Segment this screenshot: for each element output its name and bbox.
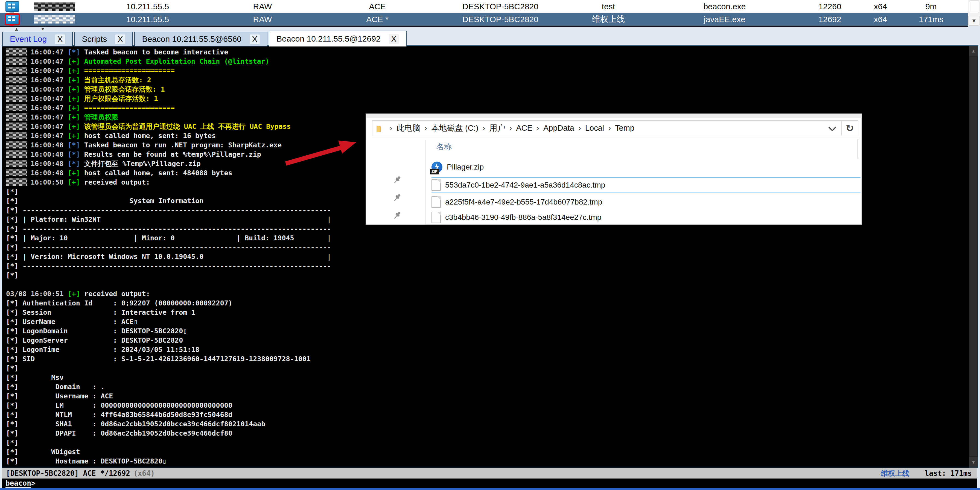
redacted-date-mosaic [6, 85, 27, 93]
console-text: [*] ------------------------------------… [6, 225, 331, 233]
column-header-name[interactable]: 名称 [436, 142, 452, 152]
session-table-scrollbar[interactable]: ▼ [968, 0, 980, 26]
console-scrollbar-thumb[interactable] [970, 57, 977, 456]
scrollbar-thumb[interactable] [969, 0, 979, 13]
pushpin-icon[interactable] [393, 175, 401, 186]
redacted-date-mosaic [6, 160, 27, 167]
status-bar: [DESKTOP-5BC2820] ACE */12692 (x64) 维权上线… [2, 468, 977, 479]
console-scroll-up-icon[interactable]: ▲ [969, 46, 978, 56]
cell-pid: 12692 [793, 13, 867, 26]
console-line: [*] WDigest [6, 447, 967, 457]
tmp-file-icon [431, 196, 441, 208]
tab-close-icon[interactable]: X [389, 34, 399, 44]
console-line: [*] LogonTime : 2024/03/05 11:51:18 [6, 345, 967, 355]
pushpin-icon[interactable] [393, 211, 401, 221]
cell-user: ACE [315, 0, 440, 13]
console-text: Tasked beacon to become interactive [80, 48, 228, 56]
console-text: [*] ------------------------------------… [6, 206, 331, 214]
console-timestamp: 16:00:48 [30, 169, 68, 177]
explorer-address-bar[interactable]: ›此电脑›本地磁盘 (C:)›用户›ACE›AppData›Local›Temp… [372, 120, 858, 136]
command-input-line[interactable]: beacon> [2, 479, 977, 488]
tab-bar: Event LogXScriptsXBeacon 10.211.55.5@656… [2, 30, 407, 46]
tab-beacon-10-211-55-5-6560[interactable]: Beacon 10.211.55.5@6560X [134, 32, 267, 46]
breadcrumb-chevron-icon: › [425, 123, 427, 132]
session-table-row[interactable]: 10.211.55.5RAWACEDESKTOP-5BC2820testbeac… [0, 0, 968, 13]
breadcrumb-item[interactable]: ACE [516, 124, 532, 132]
cell-pid: 12260 [793, 0, 867, 13]
cell-computer: DESKTOP-5BC2820 [440, 0, 560, 13]
folder-icon [376, 124, 385, 132]
breadcrumb-item[interactable]: 本地磁盘 (C:) [431, 124, 478, 132]
tmp-file-icon [431, 180, 441, 191]
status-arch-label: (x64) [134, 468, 155, 479]
console-line: [*] ------------------------------------… [6, 261, 967, 271]
file-explorer-window: ›此电脑›本地磁盘 (C:)›用户›ACE›AppData›Local›Temp… [366, 113, 862, 225]
console-text: [*] [6, 188, 18, 196]
redacted-date-mosaic [6, 76, 27, 83]
breadcrumb-item[interactable]: Temp [615, 124, 635, 132]
file-row[interactable]: 553da7c0-1be2-4742-9ae1-a5a36d14c8ac.tmp [431, 177, 861, 193]
redacted-date-mosaic [6, 132, 27, 139]
tab-scripts[interactable]: ScriptsX [74, 32, 133, 46]
console-text: Automated Post Exploitation Chain (@lint… [80, 57, 269, 65]
console-text: [*] DPAPI : 0d86ac2cbb19052d0bcce39c466d… [6, 429, 232, 437]
console-text: [*] [6, 364, 18, 372]
breadcrumb-chevron-icon: › [608, 123, 611, 132]
redacted-date-mosaic [6, 104, 27, 111]
tab-label: Beacon 10.211.55.5@6560 [142, 35, 242, 44]
console-text: [*] | Version: Microsoft Windows NT 10.0… [6, 253, 331, 261]
console-text: [*] ------------------------------------… [6, 243, 331, 251]
breadcrumb-item[interactable]: 用户 [489, 124, 505, 132]
breadcrumb-chevron-icon: › [390, 123, 392, 132]
tab-event-log[interactable]: Event LogX [2, 32, 73, 46]
file-name: Pillager.zip [447, 163, 484, 172]
breadcrumb-item[interactable]: 此电脑 [396, 124, 420, 132]
session-table-row[interactable]: 10.211.55.5RAWACE *DESKTOP-5BC2820维权上线ja… [0, 13, 968, 26]
breadcrumb-chevron-icon: › [509, 123, 512, 132]
console-timestamp: 16:00:47 [30, 123, 68, 130]
tab-close-icon[interactable]: X [250, 35, 260, 44]
pushpin-icon[interactable] [393, 193, 401, 204]
console-line: [*] [6, 271, 967, 280]
console-line [6, 280, 967, 289]
console-timestamp: 16:00:47 [30, 132, 68, 140]
console-tag: [+] [68, 178, 80, 186]
console-scrollbar[interactable]: ▲ ▼ [969, 46, 978, 468]
console-line: 16:00:47 [+] 管理员权限会话存活数: 1 [6, 85, 967, 94]
breadcrumb-item[interactable]: Local [585, 124, 604, 132]
file-name: c3b4bb46-3190-49fb-886a-5a8f314ee27c.tmp [445, 213, 601, 222]
address-dropdown-chevron-icon[interactable] [829, 124, 836, 131]
beacon-console[interactable]: 16:00:47 [*] Tasked beacon to become int… [2, 45, 978, 468]
cell-last: 171ms [894, 13, 968, 26]
redacted-date-mosaic [6, 48, 27, 56]
console-tag: [+] [68, 57, 80, 65]
session-table: 10.211.55.5RAWACEDESKTOP-5BC2820testbeac… [0, 0, 968, 27]
breadcrumb-chevron-icon: › [482, 123, 485, 132]
tab-beacon-10-211-55-5-12692[interactable]: Beacon 10.211.55.5@12692X [269, 30, 407, 46]
console-text: [*] SHA1 : 0d86ac2cbb19052d0bcce39c466dc… [6, 420, 265, 428]
file-row[interactable]: a225f5f4-a4e7-49e2-b555-17d4b6077b82.tmp [431, 195, 861, 210]
console-tag: [+] [68, 104, 80, 112]
console-line: 16:00:47 [+] Automated Post Exploitation… [6, 57, 967, 66]
console-timestamp: 16:00:47 [30, 76, 68, 84]
file-row[interactable]: Pillager.zip [431, 160, 861, 175]
console-text: [*] ------------------------------------… [6, 262, 331, 270]
c2-client-window: 10.211.55.5RAWACEDESKTOP-5BC2820testbeac… [0, 0, 980, 490]
console-tag: [+] [68, 113, 80, 121]
console-scroll-down-icon[interactable]: ▼ [969, 457, 978, 468]
scrollbar-down-button[interactable]: ▼ [969, 16, 980, 26]
console-text: 该管理员会话为普通用户通过绕 UAC 上线 不再进行 UAC Bypass [80, 123, 291, 130]
console-tag: [+] [68, 123, 80, 130]
tab-close-icon[interactable]: X [55, 35, 65, 44]
zip-archive-icon [431, 162, 442, 173]
tab-close-icon[interactable]: X [115, 35, 125, 44]
redaction-mosaic [34, 15, 75, 24]
breadcrumb-chevron-icon: › [578, 123, 581, 132]
console-line: 16:00:47 [*] Tasked beacon to become int… [6, 48, 967, 57]
breadcrumb-item[interactable]: AppData [543, 124, 574, 132]
console-text: [*] | Major: 10 | Minor: 0 | Build: 1904… [6, 234, 331, 242]
session-monitor-elevated-icon [5, 14, 19, 25]
console-timestamp: 16:00:50 [30, 178, 68, 186]
refresh-icon[interactable]: ↻ [846, 123, 854, 134]
file-row[interactable]: c3b4bb46-3190-49fb-886a-5a8f314ee27c.tmp [431, 210, 861, 225]
